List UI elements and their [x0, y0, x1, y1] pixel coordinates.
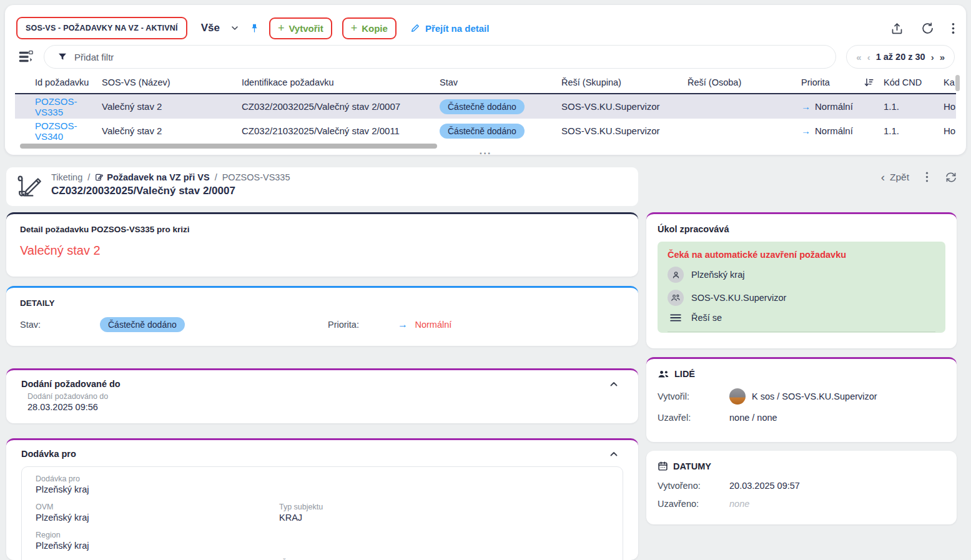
scope-dropdown[interactable]: Vše [201, 22, 220, 34]
goto-detail-link[interactable]: Přejít na detail [410, 23, 490, 34]
table-row[interactable]: POZSOS-VS340 Valečný stav 2 CZ032/210320… [15, 119, 956, 143]
panel-expander-handle[interactable]: ... [5, 145, 966, 157]
priorita-value-group: → Normální [398, 319, 624, 330]
breadcrumb-separator: / [87, 172, 90, 182]
col-header-priorita[interactable]: Priorita [801, 77, 864, 87]
col-header-identifikace[interactable]: Identifikace požadavku [242, 77, 440, 87]
uzavreno-value: none [729, 499, 749, 509]
detail-actions: ‹ Zpět [881, 171, 957, 183]
dodavka-heading: Dodávka pro [21, 449, 76, 459]
breadcrumb-root[interactable]: Tiketing [51, 172, 82, 182]
filter-input-container [44, 45, 836, 69]
doc-edit-icon [95, 173, 104, 182]
menu-lines-icon [668, 313, 684, 322]
priority-arrow-icon: → [801, 101, 811, 112]
priority-arrow-icon: → [398, 319, 408, 330]
kebab-menu-icon[interactable] [925, 171, 929, 183]
status-badge: Částečně dodáno [440, 99, 525, 114]
detail-summary-card: Detail požadavku POZSOS-VS335 pro krizi … [6, 212, 638, 277]
table-row[interactable]: POZSOS-VS335 Valečný stav 2 CZ032/200320… [15, 94, 956, 119]
detail-header-band: Tiketing / Požadavek na VZ při VS / POZS… [6, 167, 638, 206]
dodani-field-value: 28.03.2025 09:56 [27, 402, 623, 412]
create-button[interactable]: + Vytvořit [269, 17, 332, 39]
col-header-stav[interactable]: Stav [440, 77, 561, 87]
lide-heading: LIDÉ [674, 369, 695, 379]
chevron-down-icon[interactable] [230, 23, 240, 33]
export-icon[interactable] [890, 22, 904, 35]
ukol-group: SOS-VS.KU.Supervizor [691, 293, 786, 303]
priorita-value: Normální [415, 320, 451, 330]
vytvoreno-label: Vytvořeno: [658, 481, 729, 491]
typ-subjektu-label: Typ subjektu [279, 503, 609, 511]
cell-kod-cnd: 1.1. [884, 101, 944, 112]
ukol-heading: Úkol zpracovává [658, 224, 945, 234]
ukol-status-box: Čeká na automatické uzavření požadavku P… [658, 242, 945, 333]
refresh-icon[interactable] [921, 22, 934, 35]
breadcrumb-item: POZSOS-VS335 [222, 172, 290, 182]
detail-card-title: Detail požadavku POZSOS-VS335 pro krizi [20, 225, 624, 234]
lide-card: LIDÉ Vytvořil: K sos / SOS-VS.KU.Supervi… [646, 357, 957, 442]
toolbar-actions [890, 22, 955, 35]
uzavrel-label: Uzavřel: [658, 413, 729, 423]
dodavka-pro-label: Dodávka pro [36, 474, 609, 483]
cell-ka: Ho [944, 125, 956, 136]
cell-skupina: SOS-VS.KU.Supervizor [561, 101, 688, 112]
ukol-status-text: Čeká na automatické uzavření požadavku [668, 250, 935, 260]
region-label: Region [36, 531, 609, 539]
pin-icon[interactable] [250, 23, 259, 34]
filter-funnel-icon [57, 52, 67, 62]
cell-kod-cnd: 1.1. [884, 125, 944, 136]
filter-input[interactable] [74, 52, 829, 62]
cell-ka: Ho [944, 101, 956, 112]
table-settings-icon[interactable] [17, 49, 34, 64]
uzavreno-label: Uzavřeno: [658, 499, 729, 509]
detail-card-status: Valečný stav 2 [20, 243, 624, 258]
chevron-up-icon[interactable] [608, 379, 619, 390]
create-button-label: Vytvořit [288, 23, 323, 34]
back-button[interactable]: ‹ Zpět [881, 172, 909, 183]
dodani-card: Dodání požadované do Dodání požadováno d… [6, 368, 638, 423]
request-id-link[interactable]: POZSOS-VS340 [15, 120, 102, 142]
col-header-osoba[interactable]: Řeší (Osoba) [688, 77, 801, 87]
dodavka-fields-box: Dodávka pro Plzeňský kraj OVM Plzeňský k… [21, 466, 623, 560]
status-badge: Částečně dodáno [100, 317, 185, 332]
person-icon [668, 267, 684, 283]
chevron-up-icon[interactable] [608, 449, 619, 460]
col-header-ka[interactable]: Ka [944, 77, 956, 87]
page-next-button[interactable]: › [931, 52, 934, 62]
col-header-kod-cnd[interactable]: Kód CND [884, 77, 944, 87]
kebab-menu-icon[interactable] [952, 22, 955, 35]
col-header-nazev[interactable]: SOS-VS (Název) [102, 77, 242, 87]
copy-button-label: Kopie [362, 23, 388, 34]
page-first-button[interactable]: « [856, 52, 861, 62]
sync-icon[interactable] [945, 172, 957, 183]
ukol-org: Plzeňský kraj [691, 270, 744, 280]
status-badge: Částečně dodáno [440, 124, 525, 139]
breadcrumb-section[interactable]: Požadavek na VZ při VS [95, 172, 209, 182]
col-header-skupina[interactable]: Řeší (Skupina) [561, 77, 688, 87]
plus-icon: + [351, 24, 358, 32]
goto-detail-label: Přejít na detail [425, 23, 490, 34]
vytvoril-value: K sos / SOS-VS.KU.Supervizor [752, 391, 877, 401]
copy-button[interactable]: + Kopie [342, 17, 397, 39]
vertical-scrollbar[interactable] [955, 75, 960, 91]
filter-row: « ‹ 1 až 20 z 30 › » [16, 45, 955, 69]
page-prev-button[interactable]: ‹ [867, 52, 870, 62]
back-label: Zpět [890, 172, 909, 183]
ovm-value-link[interactable]: Plzeňský kraj [36, 513, 279, 523]
cell-priorita: →Normální [801, 125, 864, 136]
request-id-link[interactable]: POZSOS-VS335 [15, 96, 102, 117]
cell-priorita: →Normální [801, 101, 864, 112]
calendar-icon [658, 461, 668, 471]
vytvoril-value-group: K sos / SOS-VS.KU.Supervizor [729, 388, 945, 405]
col-header-id[interactable]: Id požadavku [15, 77, 102, 87]
cell-identifikace: CZ032/21032025/Valečný stav 2/0011 [242, 125, 440, 136]
people-icon [658, 370, 669, 379]
page-title: CZ032/20032025/Valečný stav 2/0007 [51, 185, 290, 197]
view-selector[interactable]: SOS-VS - POŽADAVKY NA VZ - AKTIVNÍ [16, 17, 187, 39]
page-last-button[interactable]: » [940, 52, 945, 62]
priorita-label: Priorita: [328, 320, 398, 330]
sort-descending-icon[interactable] [864, 77, 884, 87]
ukol-card: Úkol zpracovává Čeká na automatické uzav… [646, 212, 957, 348]
cell-nazev: Valečný stav 2 [102, 101, 242, 112]
